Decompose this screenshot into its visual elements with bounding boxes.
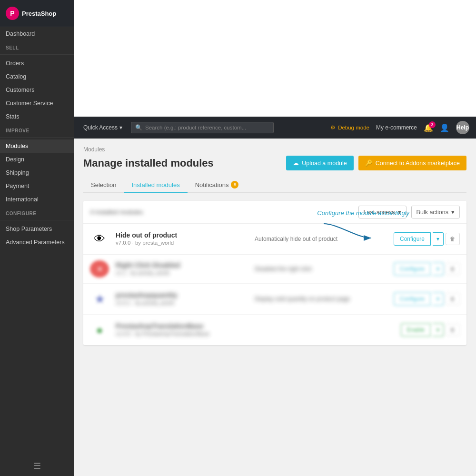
enable-dropdown-3[interactable]: ▾ [433,323,444,337]
search-bar[interactable]: 🔍 [131,122,274,133]
search-input[interactable] [145,125,269,130]
tab-notifications[interactable]: Notifications 8 [188,177,247,193]
divider-configure [0,220,74,220]
sidebar-section-configure: CONFIGURE [0,206,74,218]
module-info-hide-out-of-product: Hide out of product v7.0.0 · by presta_w… [116,231,248,247]
debug-mode-indicator[interactable]: ⚙ Debug mode [330,124,369,131]
module-name-right-click: Right Click Disabled [116,261,248,269]
enable-button-3[interactable]: Enable [401,323,431,337]
sidebar-item-dashboard[interactable]: Dashboard [0,27,74,40]
module-actions-3: Enable ▾ 🗑 [401,323,460,337]
sidebar-item-shipping[interactable]: Shipping [0,166,74,179]
addons-marketplace-button[interactable]: 🔑 Connect to Addons marketplace [358,156,466,170]
help-label: Help [456,124,469,131]
sidebar-item-stats[interactable]: Stats [0,110,74,123]
module-item-prestashopquantity: ★ prestashopquantity v1.0.1 · by presta_… [83,284,466,315]
tab-selection[interactable]: Selection [83,177,124,193]
tab-installed[interactable]: Installed modules [124,177,187,193]
delete-button-2[interactable]: 🗑 [446,293,460,305]
sidebar-item-catalog[interactable]: Catalog [0,70,74,83]
sidebar-item-customer-service[interactable]: Customer Service [0,97,74,110]
notifications-icon[interactable]: 🔔 3 [424,123,433,132]
configure-dropdown-0[interactable]: ▾ [433,232,444,246]
user-icon[interactable]: 👤 [440,123,449,132]
upload-label: Upload a module [302,160,347,167]
hamburger-icon[interactable]: ☰ [33,461,41,471]
divider-improve [0,137,74,138]
sidebar-item-shop-parameters[interactable]: Shop Parameters [0,222,74,236]
bulk-actions-dropdown[interactable]: Bulk actions ▾ [411,206,460,218]
design-label: Design [6,156,24,163]
delete-button-1[interactable]: 🗑 [446,263,460,275]
shop-parameters-label: Shop Parameters [6,226,52,232]
delete-button-3[interactable]: 🗑 [446,324,460,336]
logo[interactable]: P PrestaShop [0,0,74,27]
sidebar-item-customers[interactable]: Customers [0,83,74,97]
delete-button-0[interactable]: 🗑 [446,233,460,245]
quick-access-button[interactable]: Quick Access ▾ [80,122,125,133]
sidebar-item-advanced-parameters[interactable]: Advanced Parameters [0,236,74,249]
customer-service-label: Customer Service [6,100,53,107]
tabs: Selection Installed modules Notification… [83,177,466,193]
module-author-by-0: by [135,240,141,246]
page-title: Manage installed modules [83,157,214,169]
modules-list-area: 4 installed modules Last access ▾ Bulk a… [83,201,466,345]
configure-button-2[interactable]: Configure [394,292,431,306]
modules-toolbar: 4 installed modules Last access ▾ Bulk a… [83,201,466,224]
help-button[interactable]: Help [456,121,469,134]
module-desc-0: Automatically hide out of product [255,236,387,242]
logo-text: PrestaShop [22,10,56,17]
module-actions-0: Configure ▾ 🗑 [394,232,460,246]
stats-label: Stats [6,113,20,120]
sidebar-item-design[interactable]: Design [0,153,74,166]
configure-button-1[interactable]: Configure [394,262,431,276]
modules-count: 4 installed modules [90,208,143,216]
module-name-hide-out-of-product: Hide out of product [116,231,248,239]
module-name-quantity: prestashopquantity [116,291,248,299]
sidebar-item-international[interactable]: International [0,193,74,206]
breadcrumb: Modules [83,146,466,153]
module-desc-1: Disabled the right click [255,266,387,272]
shop-name-link[interactable]: My e-commerce [376,124,417,131]
payment-label: Payment [6,183,29,189]
configure-button-0[interactable]: Configure [394,232,431,246]
debug-icon: ⚙ [330,124,336,131]
module-icon-prestashopquantity: ★ [90,289,109,308]
bulk-arrow-icon: ▾ [451,208,455,216]
module-icon-right-click-disabled: ✕ [90,260,109,278]
configure-dropdown-2[interactable]: ▾ [433,292,444,306]
catalog-label: Catalog [6,73,26,80]
orders-label: Orders [6,60,24,67]
addons-icon: 🔑 [365,159,373,167]
page-header: Manage installed modules ☁ Upload a modu… [83,156,466,170]
module-item-hide-out-of-product: Configure the module accordingly 👁 Hide … [83,224,466,255]
module-meta-translation-base: v1.0.0 · by PrestashopTranslationBase [116,331,251,337]
dashboard-label: Dashboard [6,30,35,37]
module-actions-2: Configure ▾ 🗑 [394,292,460,306]
search-icon: 🔍 [135,124,142,131]
sort-dropdown[interactable]: Last access ▾ [358,206,407,218]
sort-label: Last access [364,209,395,216]
header-actions: ☁ Upload a module 🔑 Connect to Addons ma… [286,156,466,170]
advanced-parameters-label: Advanced Parameters [6,239,65,246]
sidebar-item-orders[interactable]: Orders [0,57,74,70]
notifications-badge: 8 [231,181,238,188]
sort-arrow-icon: ▾ [398,208,401,216]
sidebar-section-sell: SELL [0,40,74,52]
upload-module-button[interactable]: ☁ Upload a module [286,156,354,170]
module-name-translation-base: PrestashopTranslationBase [116,322,251,330]
module-actions-1: Configure ▾ 🗑 [394,262,460,276]
module-item-right-click-disabled: ✕ Right Click Disabled v1.1 · by presta_… [83,255,466,284]
module-info-translation-base: PrestashopTranslationBase v1.0.0 · by Pr… [116,322,251,337]
page-content: Modules Manage installed modules ☁ Uploa… [74,139,476,476]
configure-dropdown-1[interactable]: ▾ [433,262,444,276]
sidebar-item-modules[interactable]: Modules [0,139,74,153]
quick-access-arrow-icon: ▾ [119,124,122,131]
debug-label: Debug mode [338,125,369,130]
module-icon-hide-out-of-product: 👁 [90,229,109,248]
module-version-0: v7.0.0 [116,240,130,246]
sidebar-item-payment[interactable]: Payment [0,179,74,193]
main-area: Quick Access ▾ 🔍 ⚙ Debug mode My e-comme… [74,0,476,476]
upload-icon: ☁ [293,159,299,167]
divider-sell [0,54,74,55]
